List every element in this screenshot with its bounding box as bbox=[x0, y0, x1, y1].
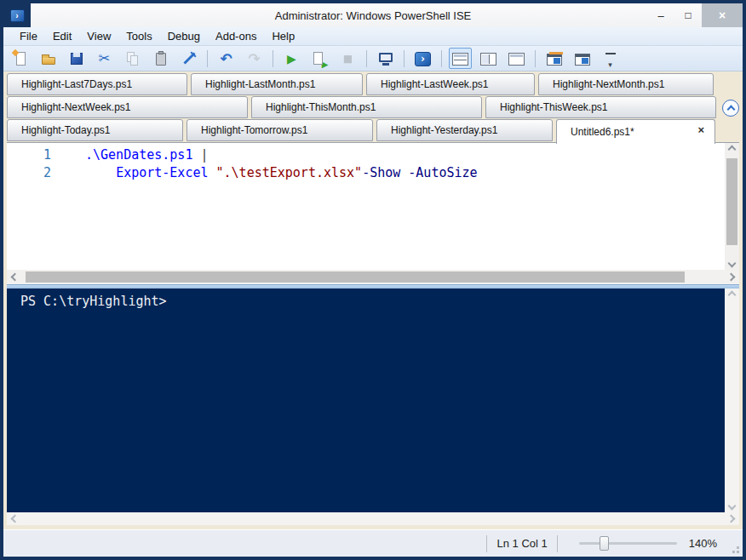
close-powershell-tab-button[interactable] bbox=[571, 48, 594, 69]
collapse-tab-rows-button[interactable] bbox=[722, 100, 739, 117]
run-selection-icon: ▶ bbox=[312, 50, 329, 67]
toolbar-overflow-button[interactable]: ▾ bbox=[599, 48, 622, 69]
open-folder-icon bbox=[40, 50, 57, 67]
editor-line[interactable]: 1.\GenDates.ps1 | bbox=[7, 146, 725, 164]
editor-line[interactable]: 2 Export-Excel ".\testExport.xlsx"-Show … bbox=[7, 164, 725, 182]
new-powershell-tab-button[interactable] bbox=[542, 48, 565, 69]
tab-highlight-lastweek-ps1[interactable]: Highlight-LastWeek.ps1 bbox=[366, 73, 535, 95]
tab-highlight-thismonth-ps1[interactable]: Highlight-ThisMonth.ps1 bbox=[251, 96, 482, 118]
run-script-button[interactable]: ▶ bbox=[280, 48, 303, 69]
new-file-icon bbox=[12, 50, 29, 67]
show-script-pane-top-button[interactable] bbox=[449, 48, 472, 69]
tab-highlight-nextmonth-ps1[interactable]: Highlight-NextMonth.ps1 bbox=[538, 73, 714, 95]
scrollbar-thumb[interactable] bbox=[726, 158, 737, 245]
script-pane-max-icon bbox=[508, 53, 525, 66]
scroll-up-arrow[interactable] bbox=[728, 146, 737, 154]
scroll-right-arrow[interactable] bbox=[727, 515, 736, 523]
console-horizontal-scrollbar[interactable] bbox=[7, 512, 739, 525]
powershell-console-icon: › bbox=[415, 52, 431, 66]
new-powershell-tab-icon bbox=[547, 54, 562, 66]
powershell-ise-window: › Administrator: Windows PowerShell ISE … bbox=[0, 0, 746, 560]
tab-untitled6-ps1[interactable]: Untitled6.ps1*× bbox=[556, 119, 715, 144]
menu-add-ons[interactable]: Add-ons bbox=[208, 30, 264, 43]
close-button[interactable]: × bbox=[702, 3, 743, 27]
save-icon bbox=[68, 50, 85, 67]
code-text: .\GenDates.ps1 | bbox=[56, 146, 209, 164]
tab-highlight-yesterday-ps1[interactable]: Highlight-Yesterday.ps1 bbox=[376, 119, 553, 141]
cut-icon: ✂ bbox=[96, 50, 113, 67]
zoom-slider-thumb[interactable] bbox=[600, 536, 609, 551]
menu-edit[interactable]: Edit bbox=[45, 30, 79, 43]
statusbar: Ln 1 Col 1 140% bbox=[3, 529, 743, 557]
titlebar[interactable]: › Administrator: Windows PowerShell ISE … bbox=[3, 3, 743, 27]
tab-label: Highlight-ThisWeek.ps1 bbox=[500, 101, 608, 113]
app-icon-block[interactable]: › bbox=[3, 3, 31, 27]
maximize-button[interactable]: □ bbox=[674, 3, 702, 27]
tab-row-1: Highlight-Last7Days.ps1Highlight-LastMon… bbox=[7, 73, 739, 96]
undo-button[interactable]: ↶ bbox=[215, 48, 238, 69]
copy-button[interactable] bbox=[121, 48, 144, 69]
copy-icon bbox=[124, 50, 141, 67]
line-number: 1 bbox=[7, 146, 56, 164]
paste-button[interactable] bbox=[149, 48, 172, 69]
run-selection-button[interactable]: ▶ bbox=[308, 48, 331, 69]
minimize-button[interactable]: – bbox=[647, 3, 674, 27]
scroll-up-arrow[interactable] bbox=[728, 291, 737, 300]
scroll-left-arrow[interactable] bbox=[11, 515, 20, 523]
undo-icon: ↶ bbox=[218, 50, 235, 67]
line-col-indicator: Ln 1 Col 1 bbox=[496, 537, 547, 550]
menu-help[interactable]: Help bbox=[264, 30, 302, 43]
stop-icon: ■ bbox=[340, 50, 357, 67]
start-powershell-button[interactable]: › bbox=[411, 48, 434, 69]
new-remote-powershell-tab-button[interactable] bbox=[374, 48, 397, 69]
editor-horizontal-scrollbar[interactable] bbox=[7, 270, 739, 284]
scroll-down-arrow[interactable] bbox=[728, 502, 737, 511]
tab-label: Highlight-ThisMonth.ps1 bbox=[266, 101, 376, 113]
toolbar-separator bbox=[366, 50, 367, 67]
menu-view[interactable]: View bbox=[79, 30, 118, 43]
tab-row-3: Highlight-Today.ps1Highlight-Tomorrow.ps… bbox=[7, 119, 739, 142]
stop-button[interactable]: ■ bbox=[336, 48, 359, 69]
clear-console-icon bbox=[181, 50, 198, 67]
zoom-slider[interactable] bbox=[579, 542, 677, 545]
show-script-pane-right-button[interactable] bbox=[477, 48, 500, 69]
client-area: Highlight-Last7Days.ps1Highlight-LastMon… bbox=[3, 71, 743, 529]
menu-debug[interactable]: Debug bbox=[160, 30, 208, 43]
powershell-app-icon: › bbox=[10, 9, 25, 22]
menu-tools[interactable]: Tools bbox=[118, 30, 159, 43]
console-pane[interactable]: PS C:\tryHighlight> bbox=[7, 289, 739, 525]
scrollbar-thumb[interactable] bbox=[26, 271, 685, 283]
scroll-left-arrow[interactable] bbox=[11, 273, 20, 282]
clear-console-button[interactable] bbox=[177, 48, 200, 69]
tab-label: Highlight-NextMonth.ps1 bbox=[553, 78, 664, 90]
statusbar-separator bbox=[557, 535, 558, 552]
tab-highlight-thisweek-ps1[interactable]: Highlight-ThisWeek.ps1 bbox=[485, 96, 716, 118]
menu-file[interactable]: File bbox=[12, 30, 45, 43]
scroll-right-arrow[interactable] bbox=[727, 273, 736, 282]
tab-highlight-tomorrow-ps1[interactable]: Highlight-Tomorrow.ps1 bbox=[186, 119, 373, 141]
script-editor-pane[interactable]: 1.\GenDates.ps1 |2 Export-Excel ".\testE… bbox=[7, 142, 739, 284]
show-script-pane-maximized-button[interactable] bbox=[505, 48, 528, 69]
redo-button[interactable]: ↷ bbox=[243, 48, 266, 69]
console-vertical-scrollbar[interactable] bbox=[725, 289, 739, 512]
close-tab-icon[interactable]: × bbox=[697, 123, 704, 136]
tab-row-2: Highlight-NextWeek.ps1Highlight-ThisMont… bbox=[7, 96, 739, 119]
console-output[interactable]: PS C:\tryHighlight> bbox=[7, 289, 725, 512]
menubar: FileEditViewToolsDebugAdd-onsHelp bbox=[3, 27, 743, 46]
tab-highlight-lastmonth-ps1[interactable]: Highlight-LastMonth.ps1 bbox=[191, 73, 363, 95]
tab-highlight-nextweek-ps1[interactable]: Highlight-NextWeek.ps1 bbox=[7, 96, 248, 118]
tab-label: Highlight-Tomorrow.ps1 bbox=[201, 124, 307, 136]
editor-lines[interactable]: 1.\GenDates.ps1 |2 Export-Excel ".\testE… bbox=[7, 143, 725, 270]
open-script-button[interactable] bbox=[37, 48, 60, 69]
script-pane-top-icon bbox=[452, 53, 468, 66]
new-script-button[interactable] bbox=[9, 48, 32, 69]
tab-highlight-last7days-ps1[interactable]: Highlight-Last7Days.ps1 bbox=[7, 73, 187, 95]
scroll-down-arrow[interactable] bbox=[728, 260, 737, 268]
statusbar-separator bbox=[486, 535, 487, 552]
editor-vertical-scrollbar[interactable] bbox=[725, 143, 739, 270]
toolbar-separator bbox=[404, 50, 405, 67]
resize-grip[interactable] bbox=[737, 551, 739, 553]
cut-button[interactable]: ✂ bbox=[93, 48, 116, 69]
save-button[interactable] bbox=[65, 48, 88, 69]
tab-highlight-today-ps1[interactable]: Highlight-Today.ps1 bbox=[7, 119, 183, 141]
